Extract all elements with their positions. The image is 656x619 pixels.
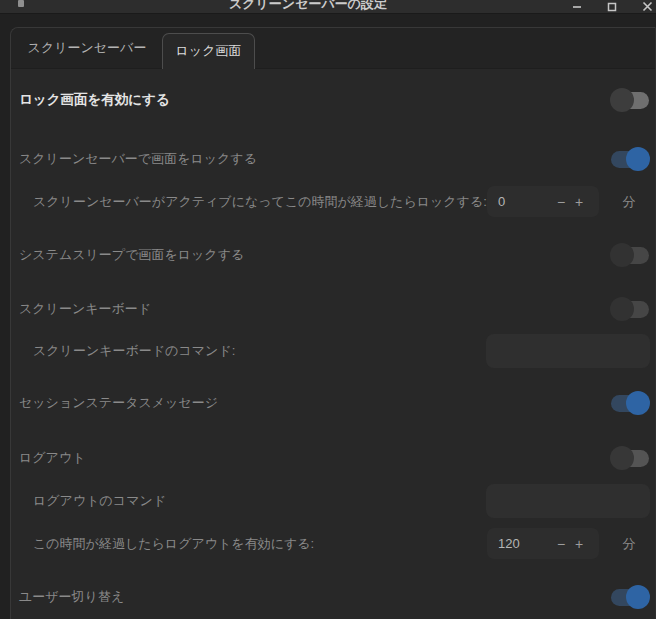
setting-row-logout: ログアウト — [11, 443, 655, 473]
maximize-icon — [607, 2, 617, 12]
titlebar: スクリーンセーバーの設定 — [0, 0, 656, 14]
setting-row-keyboard-command: スクリーンキーボードのコマンド: — [11, 334, 655, 368]
tab-strip: スクリーンセーバー ロック画面 — [11, 28, 655, 69]
setting-row-status-messages: セッションステータスメッセージ — [11, 388, 655, 418]
window-title: スクリーンセーバーの設定 — [60, 0, 556, 13]
setting-row-screen-keyboard: スクリーンキーボード — [11, 294, 655, 324]
setting-row-lock-delay: スクリーンセーバーがアクティブになってこの時間が経過したらロックする: 0 − … — [11, 186, 655, 217]
setting-row-enable-lock-screen: ロック画面を有効にする — [11, 85, 655, 115]
toggle-knob — [626, 585, 650, 609]
increment-button[interactable]: + — [570, 194, 588, 210]
setting-label: ロック画面を有効にする — [19, 85, 170, 115]
setting-row-logout-delay: この時間が経過したらログアウトを有効にする: 120 − + 分 — [11, 528, 655, 559]
toggle-lock-on-sleep[interactable] — [611, 247, 649, 264]
tab-lock-screen-label: ロック画面 — [176, 43, 242, 58]
setting-row-lock-on-screensaver: スクリーンセーバーで画面をロックする — [11, 144, 655, 174]
decrement-button[interactable]: − — [552, 536, 570, 552]
setting-label: ログアウト — [19, 443, 86, 473]
setting-label: スクリーンキーボードのコマンド: — [33, 334, 235, 368]
minutes-unit-label: 分 — [617, 528, 641, 559]
spin-value[interactable]: 120 — [498, 536, 552, 551]
minimize-icon — [572, 2, 582, 12]
setting-label: システムスリープで画面をロックする — [19, 240, 244, 270]
decrement-button[interactable]: − — [552, 194, 570, 210]
minutes-unit-label: 分 — [617, 186, 641, 217]
toggle-user-switching[interactable] — [611, 589, 649, 606]
toggle-knob — [610, 88, 634, 112]
lock-delay-spinbox[interactable]: 0 − + — [487, 186, 599, 217]
setting-row-logout-command: ログアウトのコマンド — [11, 484, 655, 518]
tab-screensaver-label: スクリーンセーバー — [28, 40, 147, 55]
toggle-knob — [610, 297, 634, 321]
setting-label: スクリーンキーボード — [19, 294, 151, 324]
setting-label: この時間が経過したらログアウトを有効にする: — [33, 528, 314, 559]
close-button[interactable] — [640, 0, 654, 13]
logout-command-input[interactable] — [486, 484, 650, 518]
toggle-knob — [610, 243, 634, 267]
tab-screensaver[interactable]: スクリーンセーバー — [11, 28, 163, 68]
setting-row-lock-on-sleep: システムスリープで画面をロックする — [11, 240, 655, 270]
toggle-logout[interactable] — [611, 450, 649, 467]
toggle-knob — [610, 446, 634, 470]
setting-row-user-switching: ユーザー切り替え — [11, 582, 655, 612]
toggle-enable-lock-screen[interactable] — [611, 92, 649, 109]
toggle-knob — [626, 147, 650, 171]
increment-button[interactable]: + — [570, 536, 588, 552]
minimize-button[interactable] — [570, 0, 584, 13]
setting-label: ユーザー切り替え — [19, 582, 124, 612]
screensaver-settings-window: スクリーンセーバーの設定 スクリーンセーバー ロック画面 ロック画面を有効にする — [0, 0, 656, 619]
setting-label: スクリーンセーバーで画面をロックする — [19, 144, 257, 174]
maximize-button[interactable] — [605, 0, 619, 13]
logout-delay-spinbox[interactable]: 120 − + — [487, 528, 599, 559]
tab-lock-screen[interactable]: ロック画面 — [162, 33, 255, 69]
toggle-status-messages[interactable] — [611, 395, 649, 412]
lock-screen-page: ロック画面を有効にする スクリーンセーバーで画面をロックする スクリーンセーバー… — [11, 69, 655, 619]
close-icon — [642, 1, 653, 12]
setting-label: ログアウトのコマンド — [33, 484, 166, 518]
setting-label: スクリーンセーバーがアクティブになってこの時間が経過したらロックする: — [33, 186, 487, 217]
window-menu-icon[interactable] — [18, 0, 24, 7]
toggle-knob — [626, 391, 650, 415]
settings-notebook: スクリーンセーバー ロック画面 ロック画面を有効にする スクリーンセーバーで画面… — [10, 27, 656, 619]
toggle-screen-keyboard[interactable] — [611, 301, 649, 318]
setting-label: セッションステータスメッセージ — [19, 388, 218, 418]
keyboard-command-input[interactable] — [486, 334, 650, 368]
spin-value[interactable]: 0 — [498, 194, 552, 209]
toggle-lock-on-screensaver[interactable] — [611, 151, 649, 168]
